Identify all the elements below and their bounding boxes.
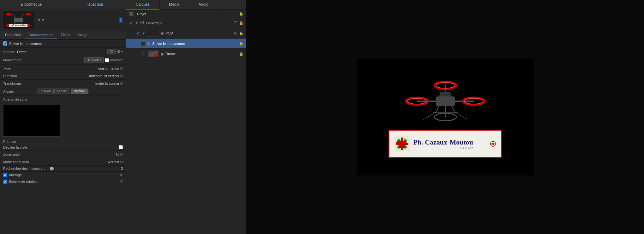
- inverser-label: Inverser: [105, 58, 123, 62]
- right-panel: Ph. Cazaux-Moutou sur le web: [246, 0, 644, 234]
- calques-header: Calques Média Audio: [126, 0, 246, 10]
- ajuster-echelle[interactable]: Échelle: [54, 89, 70, 94]
- library-preview: Ph. Cazaux-Moutou PCM 👤: [0, 9, 126, 31]
- suivre-label: Suivre le mouvement: [9, 42, 42, 46]
- tab-inspecteur[interactable]: Inspecteur: [63, 0, 126, 9]
- suivre-checkbox[interactable]: [3, 41, 7, 46]
- ancrage-checkbox[interactable]: [3, 173, 7, 177]
- direction-value: Horizontal et vertical: [87, 74, 123, 78]
- transformer-indicator: [120, 82, 123, 85]
- svg-rect-2: [436, 96, 455, 106]
- tab-media[interactable]: Média: [159, 0, 189, 9]
- suivre-lock-icon: 🔒: [239, 41, 244, 46]
- ajuster-tabs: Position Échelle Rotation: [37, 89, 88, 94]
- banner-sub-text: sur le web: [413, 146, 473, 150]
- suivre-checkbox-row: Suivre le mouvement: [0, 40, 126, 48]
- drone-svg: [392, 76, 499, 126]
- type-value: Transformation: [96, 66, 123, 70]
- tab-image[interactable]: Image: [74, 31, 91, 39]
- inspector-content: Suivre le mouvement Source: Drone 🎬 ⚙ ▾ …: [0, 40, 126, 234]
- mode-zoom-value: Normal: [108, 160, 123, 164]
- library-thumb: Ph. Cazaux-Moutou: [3, 10, 34, 29]
- zoom-auto-row: Zoom auto 4x: [0, 151, 126, 158]
- drone-thumb: [147, 50, 159, 57]
- suivre-motion-icon: ◎: [147, 41, 150, 46]
- tab-bibliotheque[interactable]: Bibliothèque: [0, 0, 63, 9]
- zoom-auto-value: 4x: [115, 152, 123, 156]
- svg-line-12: [452, 106, 455, 112]
- drone-lock-icon: 🔒: [239, 52, 244, 56]
- echelle-rotation-reset-icon[interactable]: ↺: [120, 179, 123, 184]
- echelle-rotation-row: Échelle de rotation ↺: [0, 178, 126, 185]
- direction-row: Direction Horizontal et vertical: [0, 72, 126, 80]
- projet-label: Projet: [137, 12, 237, 16]
- tab-calques[interactable]: Calques: [126, 0, 159, 9]
- layer-pcm[interactable]: ▼ PCM ▣ PCM ⚙ 🔒: [126, 28, 246, 39]
- library-title: PCM: [37, 18, 116, 22]
- layer-generique[interactable]: ▼ 🎞 Generique ☰ 🔒: [126, 18, 246, 28]
- rechercher-row: Rechercher des images v... 3: [0, 166, 126, 172]
- rechercher-slider[interactable]: [50, 167, 54, 170]
- layer-suivre[interactable]: ◎ Suivre le mouvement 🔒: [126, 39, 246, 49]
- pcm-thumb: PCM: [147, 30, 159, 37]
- tab-filtres[interactable]: Filtres: [57, 31, 74, 39]
- preview-canvas: Ph. Cazaux-Moutou sur le web: [357, 58, 534, 176]
- pcm-icon: ▣: [160, 31, 164, 35]
- pcm-arrow: ▼: [142, 32, 145, 35]
- type-indicator: [120, 67, 123, 70]
- svg-line-15: [455, 112, 467, 120]
- tab-proprietes[interactable]: Propriétés: [1, 31, 25, 39]
- generique-arrow: ▼: [135, 21, 138, 25]
- tab-comportements[interactable]: Comportements: [25, 31, 57, 39]
- svg-marker-3: [439, 92, 452, 96]
- source-row: Source: Drone 🎬 ⚙ ▾: [0, 48, 126, 56]
- pcm-lock-icon: 🔒: [239, 31, 244, 35]
- generique-list-icon: ☰: [234, 21, 237, 25]
- inspector-sub-tabs: Propriétés Comportements Filtres Image: [0, 31, 126, 40]
- decaler-row: Décaler la piste: [0, 144, 126, 151]
- mode-zoom-row: Mode zoom auto Normal: [0, 158, 126, 166]
- source-value: Drone: [17, 50, 27, 54]
- type-row: Type Transformation: [0, 65, 126, 72]
- pcm-name: PCM: [166, 31, 173, 35]
- ancrage-reset-icon[interactable]: ↺: [120, 173, 123, 177]
- suivre-name: Suivre le mouvement: [152, 42, 185, 46]
- echelle-rotation-checkbox[interactable]: [3, 180, 7, 184]
- mode-zoom-indicator: [120, 161, 123, 163]
- svg-rect-24: [396, 143, 408, 145]
- generique-lock-icon: 🔒: [239, 21, 244, 25]
- ajuster-position[interactable]: Position: [37, 89, 54, 94]
- ancrage-row: Ancrage ↺: [0, 172, 126, 178]
- source-gear-button[interactable]: ⚙ ▾: [117, 49, 123, 54]
- drone-film-icon: ▣: [160, 52, 164, 56]
- generique-checkbox[interactable]: [129, 21, 133, 25]
- transformer-value: Imiter la source: [95, 82, 123, 85]
- ajuster-rotation[interactable]: Rotation: [71, 89, 88, 94]
- banner-logo-svg: [394, 136, 410, 151]
- zoom-auto-indicator: [120, 153, 123, 156]
- tab-audio[interactable]: Audio: [189, 0, 218, 9]
- rechercher-value: 3: [121, 167, 123, 170]
- analyser-button[interactable]: Analyser: [84, 57, 104, 63]
- drone-checkbox[interactable]: [141, 52, 145, 56]
- source-icons: 🎬 ⚙ ▾: [107, 49, 123, 54]
- drone-name: Drone: [166, 52, 175, 56]
- source-film-button[interactable]: 🎬: [107, 49, 116, 54]
- generique-name: Generique: [146, 21, 162, 25]
- decaler-checkbox[interactable]: [119, 145, 123, 149]
- suivre-layer-checkbox[interactable]: [141, 41, 145, 46]
- svg-point-26: [492, 143, 494, 145]
- pcm-checkbox[interactable]: [136, 31, 140, 35]
- svg-point-20: [404, 139, 407, 142]
- apercu-preview-box: [3, 105, 60, 137]
- svg-point-22: [404, 145, 407, 149]
- projet-row: 🎬 Projet 🔒: [126, 10, 246, 18]
- layer-drone[interactable]: ▣ Drone 🔒: [126, 49, 246, 59]
- svg-line-14: [423, 112, 436, 120]
- transformer-row: Transformer Imiter la source: [0, 80, 126, 87]
- library-user-icon: 👤: [118, 17, 123, 22]
- banner-marker-right: [490, 141, 496, 147]
- film-icon-projet: 🎬: [129, 11, 134, 16]
- mouvement-row: Mouvement Analyser Inverser: [0, 56, 126, 65]
- inverser-checkbox[interactable]: [105, 58, 109, 62]
